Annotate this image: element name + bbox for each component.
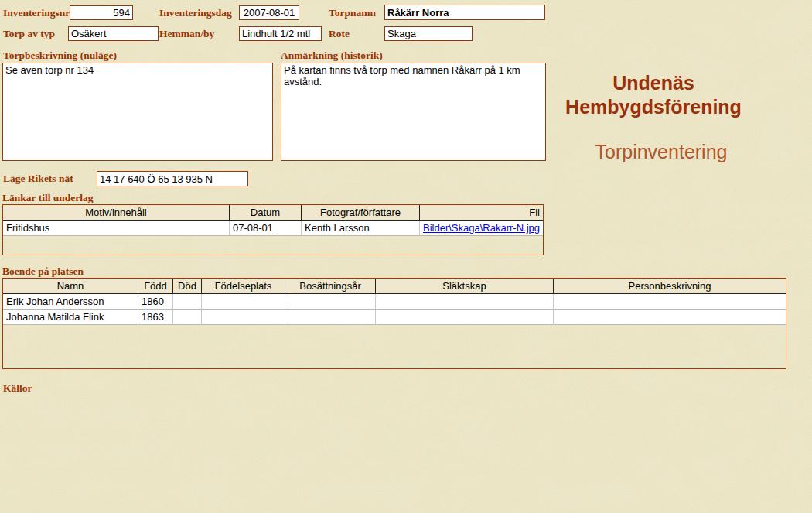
page-title: Torpinventering <box>561 141 762 163</box>
resident-cell-fodelseplats[interactable] <box>202 310 285 325</box>
resident-cell-slaktskap[interactable] <box>376 294 554 310</box>
inventeringsdag-input[interactable] <box>239 5 299 20</box>
residents-col-fodelseplats: Födelseplats <box>202 279 285 294</box>
links-cell-datum[interactable]: 07-08-01 <box>230 221 302 236</box>
hemman-by-input[interactable] <box>239 26 322 41</box>
form-content: Inventeringsnr Inventeringsdag Torpnamn … <box>0 0 812 513</box>
links-col-fil: Fil <box>420 205 543 221</box>
residents-col-namn: Namn <box>3 279 138 294</box>
resident-cell-bosattningsar[interactable] <box>285 310 376 325</box>
residents-table-row: Erik Johan Andersson 1860 <box>3 294 786 310</box>
residents-col-personbeskrivning: Personbeskrivning <box>554 279 786 294</box>
torpnamn-label: Torpnamn <box>329 7 376 19</box>
hemman-by-label: Hemman/by <box>159 28 214 40</box>
inventeringsnr-label: Inventeringsnr <box>3 7 70 19</box>
torp-av-typ-label: Torp av typ <box>3 28 55 40</box>
inventeringsdag-label: Inventeringsdag <box>159 7 232 19</box>
section-label-lankar: Länkar till underlag <box>2 192 94 204</box>
anmarkning-label: Anmärkning (historik) <box>281 50 383 62</box>
resident-cell-namn[interactable]: Erik Johan Andersson <box>3 294 138 310</box>
org-title: Undenäs Hembygdsförening <box>553 71 754 119</box>
links-col-motiv: Motiv/innehåll <box>3 205 230 221</box>
resident-cell-dod[interactable] <box>173 294 202 310</box>
rote-label: Rote <box>329 28 350 40</box>
links-table-header-row: Motiv/innehåll Datum Fotograf/författare… <box>3 205 543 221</box>
resident-cell-personbeskrivning[interactable] <box>554 310 786 325</box>
inventeringsnr-input[interactable] <box>70 5 133 20</box>
resident-cell-fodelseplats[interactable] <box>202 294 285 310</box>
lage-rikets-nat-label: Läge Rikets nät <box>3 173 73 185</box>
org-title-line1: Undenäs <box>553 71 754 95</box>
residents-table-header-row: Namn Född Död Födelseplats Bosättningsår… <box>3 279 786 294</box>
resident-cell-fodd[interactable]: 1860 <box>138 294 173 310</box>
torpbeskrivning-label: Torpbeskrivning (nuläge) <box>3 50 117 62</box>
resident-cell-fodd[interactable]: 1863 <box>138 310 173 325</box>
file-link[interactable]: Bilder\Skaga\Rakarr-N.jpg <box>423 222 540 234</box>
links-col-datum: Datum <box>230 205 302 221</box>
org-title-line2: Hembygdsförening <box>553 95 754 119</box>
residents-table: Namn Född Död Födelseplats Bosättningsår… <box>2 278 786 369</box>
torp-av-typ-input[interactable] <box>68 26 159 41</box>
resident-cell-namn[interactable]: Johanna Matilda Flink <box>3 310 138 325</box>
links-table: Motiv/innehåll Datum Fotograf/författare… <box>2 204 544 255</box>
residents-col-dod: Död <box>173 279 202 294</box>
resident-cell-slaktskap[interactable] <box>376 310 554 325</box>
resident-cell-dod[interactable] <box>173 310 202 325</box>
links-cell-fotograf[interactable]: Kenth Larsson <box>302 221 420 236</box>
links-table-empty-area <box>3 236 543 255</box>
links-cell-fil: Bilder\Skaga\Rakarr-N.jpg <box>420 221 543 236</box>
torpinventering-form: Inventeringsnr Inventeringsdag Torpnamn … <box>0 0 812 513</box>
anmarkning-textarea[interactable]: På kartan finns två torp med namnen Råkä… <box>281 63 546 161</box>
resident-cell-bosattningsar[interactable] <box>285 294 376 310</box>
residents-col-bosattningsar: Bosättningsår <box>285 279 376 294</box>
rote-input[interactable] <box>384 26 473 41</box>
links-col-fotograf: Fotograf/författare <box>302 205 420 221</box>
residents-col-fodd: Född <box>138 279 173 294</box>
residents-col-slaktskap: Släktskap <box>376 279 554 294</box>
resident-cell-personbeskrivning[interactable] <box>554 294 786 310</box>
section-label-kallor: Källor <box>3 382 32 395</box>
residents-table-row: Johanna Matilda Flink 1863 <box>3 310 786 325</box>
torpnamn-input[interactable] <box>384 5 545 20</box>
links-cell-motiv[interactable]: Fritidshus <box>3 221 230 236</box>
torpbeskrivning-textarea[interactable]: Se även torp nr 134 <box>2 63 273 161</box>
residents-table-empty-area <box>3 325 786 368</box>
links-table-row: Fritidshus 07-08-01 Kenth Larsson Bilder… <box>3 221 543 236</box>
section-label-boende: Boende på platsen <box>2 265 84 278</box>
lage-rikets-nat-input[interactable] <box>97 171 248 186</box>
